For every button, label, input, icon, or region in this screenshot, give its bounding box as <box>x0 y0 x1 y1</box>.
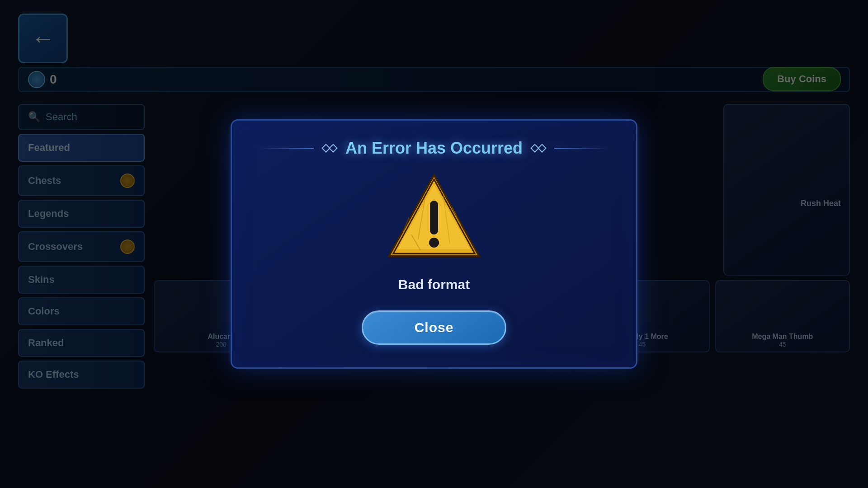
error-modal: An Error Has Occurred <box>231 119 637 369</box>
title-decorator-right <box>532 145 545 151</box>
diamond-icon-left2 <box>329 144 338 153</box>
title-line-left <box>259 148 314 149</box>
close-button[interactable]: Close <box>362 310 506 345</box>
title-line-right <box>554 148 609 149</box>
title-decorator-left <box>323 145 336 151</box>
error-message: Bad format <box>398 277 470 292</box>
modal-title-bar: An Error Has Occurred <box>259 139 609 158</box>
svg-rect-6 <box>430 201 438 235</box>
svg-point-7 <box>429 238 439 248</box>
diamond-icon-right2 <box>538 144 547 153</box>
warning-triangle-icon <box>384 171 484 262</box>
warning-icon-container <box>384 171 484 263</box>
modal-title: An Error Has Occurred <box>345 139 523 158</box>
modal-overlay: An Error Has Occurred <box>0 0 868 488</box>
